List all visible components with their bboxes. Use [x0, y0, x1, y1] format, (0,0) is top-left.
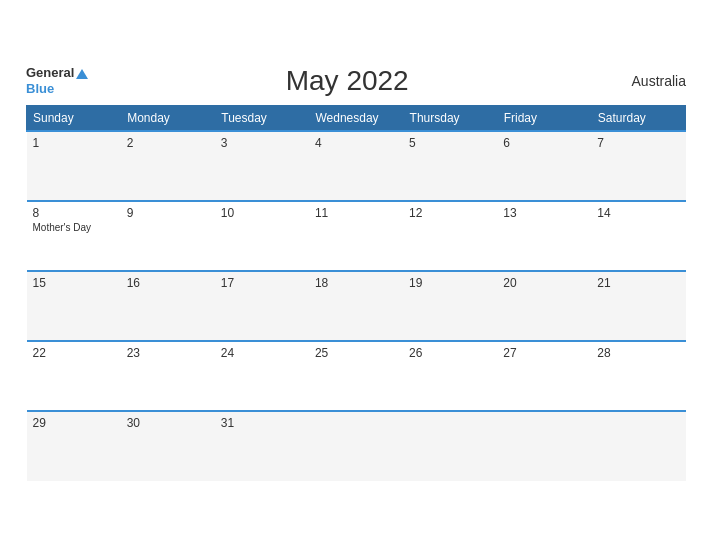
week-row-4: 22232425262728 — [27, 341, 686, 411]
header-friday: Friday — [497, 105, 591, 131]
day-number: 29 — [33, 416, 115, 430]
header-saturday: Saturday — [591, 105, 685, 131]
day-number: 27 — [503, 346, 585, 360]
weekday-header-row: Sunday Monday Tuesday Wednesday Thursday… — [27, 105, 686, 131]
calendar-cell — [497, 411, 591, 481]
day-number: 6 — [503, 136, 585, 150]
week-row-3: 15161718192021 — [27, 271, 686, 341]
calendar-cell: 16 — [121, 271, 215, 341]
day-number: 4 — [315, 136, 397, 150]
header-wednesday: Wednesday — [309, 105, 403, 131]
calendar-cell — [591, 411, 685, 481]
calendar-cell: 22 — [27, 341, 121, 411]
calendar-cell: 30 — [121, 411, 215, 481]
header-tuesday: Tuesday — [215, 105, 309, 131]
calendar-cell: 15 — [27, 271, 121, 341]
calendar-cell: 28 — [591, 341, 685, 411]
day-number: 15 — [33, 276, 115, 290]
week-row-2: 8Mother's Day91011121314 — [27, 201, 686, 271]
country-label: Australia — [606, 73, 686, 89]
calendar-cell — [309, 411, 403, 481]
header-monday: Monday — [121, 105, 215, 131]
calendar-cell: 7 — [591, 131, 685, 201]
day-number: 23 — [127, 346, 209, 360]
calendar-cell: 27 — [497, 341, 591, 411]
calendar-cell: 12 — [403, 201, 497, 271]
calendar-cell: 13 — [497, 201, 591, 271]
day-number: 17 — [221, 276, 303, 290]
day-number: 16 — [127, 276, 209, 290]
day-number: 31 — [221, 416, 303, 430]
day-number: 19 — [409, 276, 491, 290]
day-number: 30 — [127, 416, 209, 430]
day-number: 8 — [33, 206, 115, 220]
calendar-cell: 11 — [309, 201, 403, 271]
calendar-cell: 6 — [497, 131, 591, 201]
event-label: Mother's Day — [33, 222, 115, 233]
calendar-cell: 21 — [591, 271, 685, 341]
calendar-cell: 20 — [497, 271, 591, 341]
calendar-cell: 23 — [121, 341, 215, 411]
calendar-cell: 4 — [309, 131, 403, 201]
day-number: 14 — [597, 206, 679, 220]
day-number: 24 — [221, 346, 303, 360]
header-sunday: Sunday — [27, 105, 121, 131]
calendar-cell: 9 — [121, 201, 215, 271]
calendar-cell: 1 — [27, 131, 121, 201]
calendar-cell: 19 — [403, 271, 497, 341]
day-number: 22 — [33, 346, 115, 360]
calendar-cell: 5 — [403, 131, 497, 201]
day-number: 5 — [409, 136, 491, 150]
calendar-cell: 10 — [215, 201, 309, 271]
day-number: 3 — [221, 136, 303, 150]
calendar-grid: Sunday Monday Tuesday Wednesday Thursday… — [26, 105, 686, 481]
day-number: 1 — [33, 136, 115, 150]
logo-blue: Blue — [26, 81, 88, 97]
calendar-cell — [403, 411, 497, 481]
day-number: 7 — [597, 136, 679, 150]
logo: General Blue — [26, 65, 88, 96]
calendar-cell: 17 — [215, 271, 309, 341]
logo-general: General — [26, 65, 88, 81]
calendar-cell: 18 — [309, 271, 403, 341]
day-number: 18 — [315, 276, 397, 290]
calendar-cell: 29 — [27, 411, 121, 481]
day-number: 10 — [221, 206, 303, 220]
day-number: 13 — [503, 206, 585, 220]
header-thursday: Thursday — [403, 105, 497, 131]
week-row-5: 293031 — [27, 411, 686, 481]
day-number: 9 — [127, 206, 209, 220]
day-number: 12 — [409, 206, 491, 220]
day-number: 26 — [409, 346, 491, 360]
day-number: 2 — [127, 136, 209, 150]
logo-triangle-icon — [76, 69, 88, 79]
calendar-header: General Blue May 2022 Australia — [26, 65, 686, 97]
calendar-cell: 26 — [403, 341, 497, 411]
day-number: 20 — [503, 276, 585, 290]
calendar-cell: 8Mother's Day — [27, 201, 121, 271]
calendar-cell: 14 — [591, 201, 685, 271]
calendar-cell: 31 — [215, 411, 309, 481]
calendar-cell: 25 — [309, 341, 403, 411]
calendar-container: General Blue May 2022 Australia Sunday M… — [11, 55, 701, 496]
calendar-cell: 3 — [215, 131, 309, 201]
calendar-cell: 2 — [121, 131, 215, 201]
day-number: 25 — [315, 346, 397, 360]
calendar-cell: 24 — [215, 341, 309, 411]
day-number: 28 — [597, 346, 679, 360]
calendar-title: May 2022 — [88, 65, 606, 97]
day-number: 21 — [597, 276, 679, 290]
week-row-1: 1234567 — [27, 131, 686, 201]
day-number: 11 — [315, 206, 397, 220]
